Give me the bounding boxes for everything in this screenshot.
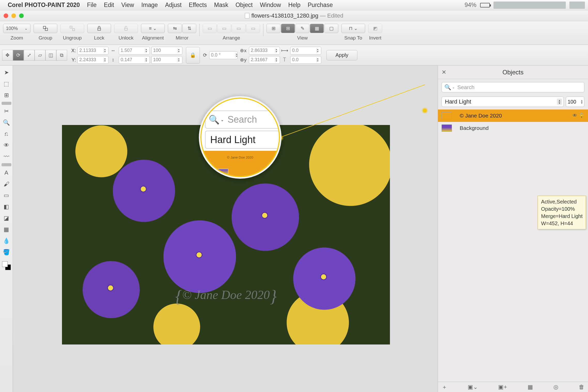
scale-x-input[interactable]: ▲▼ xyxy=(151,47,182,54)
menu-effects[interactable]: Effects xyxy=(189,2,207,9)
transparency-tool[interactable]: ▦ xyxy=(2,225,11,234)
liquid-tool[interactable]: 〰 xyxy=(2,152,11,162)
toolbar-separator xyxy=(263,24,263,36)
clip-icon[interactable]: ◎ xyxy=(553,384,558,390)
brush-tool[interactable]: 🖌 xyxy=(2,179,11,189)
ungroup-button[interactable] xyxy=(60,24,84,33)
svg-rect-3 xyxy=(73,29,75,31)
toolbar-separator xyxy=(199,24,200,36)
menu-adjust[interactable]: Adjust xyxy=(165,2,182,9)
mode-scale[interactable]: ⤢ xyxy=(24,50,35,61)
watermark-text[interactable]: © Jane Doe 2020 xyxy=(175,286,277,307)
layer-name: © Jane Doe 2020 xyxy=(460,113,573,119)
skew-x-input[interactable]: ▲▼ xyxy=(290,47,321,54)
new-object-icon[interactable]: ＋ xyxy=(442,383,447,391)
lock-label: Lock xyxy=(94,35,104,41)
eyedropper-tool[interactable]: 💧 xyxy=(2,236,11,246)
pick-tool[interactable]: ➤ xyxy=(2,68,11,77)
menu-image[interactable]: Image xyxy=(141,2,158,9)
center-x-input[interactable]: ▲▼ xyxy=(249,47,280,54)
rotation-input[interactable]: ▲▼ xyxy=(209,51,238,59)
objects-search-input[interactable]: 🔍⌄ Search xyxy=(442,82,584,92)
skew-y-input[interactable]: ▲▼ xyxy=(290,56,321,64)
zoom-label: Zoom xyxy=(11,35,23,41)
layer-tooltip: Active,Selected Opacity=100% Merge=Hard … xyxy=(538,196,586,229)
scale-y-input[interactable]: ▲▼ xyxy=(151,56,182,64)
lock-button[interactable] xyxy=(87,24,111,33)
rect-tool[interactable]: ▭ xyxy=(2,191,11,200)
skew-x-icon: ⟼ xyxy=(281,48,288,54)
view-grid-button[interactable]: ⊞ xyxy=(281,24,295,33)
zoom-tool[interactable]: 🔍 xyxy=(2,118,11,128)
crop-tool[interactable]: ✂ xyxy=(2,106,11,116)
document-title: flowers-4138103_1280.jpg — Edited xyxy=(252,12,343,19)
lock-aspect-button[interactable]: 🔒 xyxy=(186,47,200,64)
y-input[interactable]: ▲▼ xyxy=(77,56,108,64)
color-swatches[interactable] xyxy=(2,261,11,270)
menu-view[interactable]: View xyxy=(121,2,134,9)
blend-mode-select[interactable]: Hard Light ▲▼ xyxy=(442,97,564,107)
view-mask-button[interactable]: ▢ xyxy=(324,24,338,33)
text-tool[interactable]: A xyxy=(2,168,11,178)
arrange-label: Arrange xyxy=(223,35,240,41)
fill-tool[interactable]: 🪣 xyxy=(2,247,11,257)
property-bar: ✥ ⟳ ⤢ ▱ ◫ ⧉ X:▲▼ Y:▲▼ ↔▲▼ ↕▲▼ ▲▼ ▲▼ 🔒 ⟳ … xyxy=(0,45,588,66)
mask-rect-tool[interactable]: ⬚ xyxy=(2,79,11,89)
mode-skew[interactable]: ▱ xyxy=(35,50,45,61)
view-guides-button[interactable]: ✎ xyxy=(295,24,309,33)
invert-button[interactable]: ◩ xyxy=(368,24,382,33)
h-input[interactable]: ▲▼ xyxy=(119,56,150,64)
zoom-select[interactable]: 100%⌄ xyxy=(3,24,30,33)
visibility-icon[interactable]: 👁 xyxy=(573,113,577,119)
x-input[interactable]: ▲▼ xyxy=(77,47,108,54)
minimize-icon[interactable] xyxy=(11,13,16,18)
center-y-input[interactable]: ▲▼ xyxy=(249,56,280,64)
menu-window[interactable]: Window xyxy=(260,2,281,9)
objects-title: Objects xyxy=(503,69,523,76)
new-group-icon[interactable]: ▣⌄ xyxy=(468,384,478,390)
view-rulers-button[interactable]: ⊞ xyxy=(266,24,280,33)
menu-mask[interactable]: Mask xyxy=(214,2,228,9)
shadow-tool[interactable]: ◪ xyxy=(2,213,11,223)
panel-close-icon[interactable]: ✕ xyxy=(442,69,446,76)
mode-position[interactable]: ✥ xyxy=(2,50,13,61)
layer-row-background[interactable]: Background xyxy=(438,122,588,134)
snapto-button[interactable]: ⊓ ⌄ xyxy=(341,24,365,33)
invert-label: Invert xyxy=(369,35,381,41)
arrange-front-button[interactable]: ▭ xyxy=(203,24,217,33)
clone-tool[interactable]: ⎌ xyxy=(2,129,11,139)
close-icon[interactable] xyxy=(4,13,8,18)
mirror-h-button[interactable]: ⇋ xyxy=(168,24,182,33)
new-lens-icon[interactable]: ▣+ xyxy=(498,384,507,390)
mirror-v-button[interactable]: ⇅ xyxy=(182,24,196,33)
unlock-button[interactable] xyxy=(114,24,138,33)
menu-edit[interactable]: Edit xyxy=(104,2,114,9)
zoom-icon[interactable] xyxy=(19,13,24,18)
menu-purchase[interactable]: Purchase xyxy=(308,2,333,9)
svg-rect-2 xyxy=(70,26,72,28)
mask-transform-tool[interactable]: ⊞ xyxy=(2,90,11,100)
opacity-input[interactable]: 100 ▲▼ xyxy=(566,97,584,107)
arrange-backward-button[interactable]: ▭ xyxy=(232,24,246,33)
apply-button[interactable]: Apply xyxy=(326,50,357,60)
arrange-forward-button[interactable]: ▭ xyxy=(217,24,231,33)
w-input[interactable]: ▲▼ xyxy=(119,47,150,54)
eraser-tool[interactable]: ◧ xyxy=(2,202,11,212)
center-x-icon: ⊕x xyxy=(240,48,246,54)
menu-file[interactable]: File xyxy=(87,2,97,9)
mode-perspective[interactable]: ⧉ xyxy=(56,50,67,61)
view-snap-button[interactable]: ▦ xyxy=(310,24,324,33)
delete-icon[interactable]: 🗑 xyxy=(579,384,584,390)
lock-icon[interactable]: 🔓 xyxy=(579,113,584,119)
mode-rotate[interactable]: ⟳ xyxy=(13,50,24,61)
redeye-tool[interactable]: 👁 xyxy=(2,140,11,150)
menu-object[interactable]: Object xyxy=(236,2,253,9)
mode-distort[interactable]: ◫ xyxy=(45,50,56,61)
menu-help[interactable]: Help xyxy=(288,2,300,9)
new-mask-icon[interactable]: ▦ xyxy=(528,384,533,390)
arrange-back-button[interactable]: ▭ xyxy=(246,24,260,33)
alignment-button[interactable]: ≡ ⌄ xyxy=(141,24,165,33)
group-button[interactable] xyxy=(34,24,57,33)
layer-row-watermark[interactable]: © Jane Doe 2020 👁🔓 xyxy=(438,109,588,122)
menubar-status-area-2 xyxy=(569,2,585,9)
